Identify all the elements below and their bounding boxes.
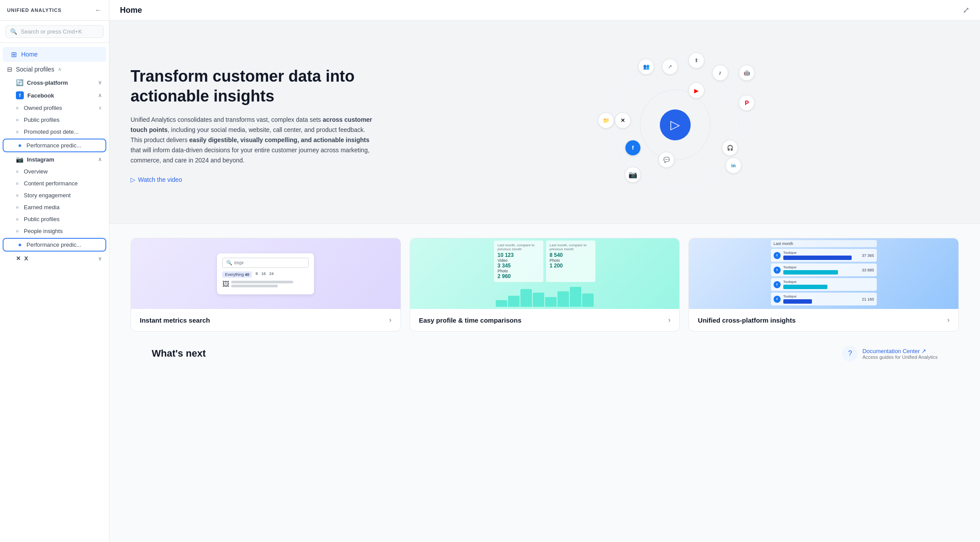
feature-cards-section: 🔍impr Everything 40 8 16 24 🖼 (109, 224, 980, 390)
x-chevron: ∨ (98, 256, 102, 262)
fb-icon-3: f (774, 281, 781, 288)
sidebar-section-social-profiles[interactable]: ⊟ Social profiles ∧ (0, 62, 109, 76)
watch-video-label: Watch the video (138, 176, 182, 183)
story-engagement-dot (16, 194, 19, 197)
promoted-post-dot (16, 131, 19, 133)
facebook-social-icon: f (625, 140, 641, 156)
sidebar-owned-profiles-label: Owned profiles (24, 105, 62, 111)
sidebar-public-profiles-ig-label: Public profiles (24, 216, 60, 222)
graph-center-button: ▷ (660, 109, 691, 140)
sidebar-performance-predic-ig-label: Performance predic... (26, 241, 81, 248)
card-unified-cross-platform[interactable]: Last month f Toutique 37 365 (688, 238, 959, 331)
sidebar-item-promoted-post[interactable]: Promoted post dete... (0, 126, 109, 138)
mock-unified-row-3: f Toutique (771, 278, 877, 291)
instagram-icon: 📷 (16, 156, 23, 163)
owned-profiles-chevron: ∨ (98, 105, 102, 111)
hero-section: Transform customer data into actionable … (109, 21, 980, 224)
sidebar-promoted-post-label: Promoted post dete... (24, 128, 79, 135)
sidebar-x-label: X (24, 255, 28, 262)
main-scroll-area: Transform customer data into actionable … (109, 21, 980, 542)
sidebar-overview-label: Overview (24, 168, 48, 175)
mock-unified-row-4: f Toutique 21 160 (771, 293, 877, 305)
earned-media-dot (16, 206, 19, 209)
card-unified-title: Unified cross-platform insights (698, 316, 796, 324)
sidebar-item-overview[interactable]: Overview (0, 166, 109, 177)
mock-compare-ui: Last month, compare to previous month 10… (494, 241, 595, 307)
feature-cards-grid: 🔍impr Everything 40 8 16 24 🖼 (131, 238, 959, 331)
sidebar-item-owned-profiles[interactable]: Owned profiles ∨ (0, 102, 109, 114)
card-unified-preview: Last month f Toutique 37 365 (689, 238, 958, 309)
card-easy-profile-title: Easy profile & time comparisons (419, 316, 522, 324)
sidebar-collapse-button[interactable]: ← (95, 6, 102, 14)
card-instant-metrics-search[interactable]: 🔍impr Everything 40 8 16 24 🖼 (131, 238, 401, 331)
sidebar-performance-predic-fb-label: Performance predic... (26, 142, 81, 149)
sidebar-item-content-performance[interactable]: Content performance (0, 177, 109, 189)
public-profiles-fb-dot (16, 119, 19, 121)
top-bar: Home ⤢ (109, 0, 980, 21)
facebook-chevron: ∧ (98, 92, 102, 98)
people-insights-dot (16, 230, 19, 233)
cross-platform-chevron: ∨ (98, 79, 102, 86)
doc-center-link-label[interactable]: Documentation Center ↗ (862, 348, 938, 354)
card-unified-body: Unified cross-platform insights › (689, 309, 958, 331)
upload-icon: ⬆ (688, 53, 704, 68)
watch-video-link[interactable]: ▷ Watch the video (131, 176, 378, 183)
share-icon: ↗ (662, 59, 678, 75)
sidebar-item-performance-predic-fb[interactable]: Performance predic... (3, 139, 106, 152)
doc-center-icon: ? (842, 346, 858, 361)
sidebar-home-label: Home (21, 51, 37, 58)
mock-search-ui: 🔍impr Everything 40 8 16 24 🖼 (217, 253, 314, 294)
sidebar-item-facebook[interactable]: f Facebook ∧ (0, 89, 109, 102)
sidebar-earned-media-label: Earned media (24, 204, 60, 211)
sidebar-item-earned-media[interactable]: Earned media (0, 201, 109, 213)
mock-result-row: 🖼 (222, 280, 309, 288)
bot-icon: 🤖 (739, 65, 755, 81)
doc-center-text: Documentation Center ↗ Access guides for… (862, 348, 938, 360)
social-profiles-icon: ⊟ (7, 66, 12, 73)
sidebar-item-public-profiles-fb[interactable]: Public profiles (0, 114, 109, 126)
sidebar-item-people-insights[interactable]: People insights (0, 225, 109, 237)
card-easy-profile-comparison[interactable]: Last month, compare to previous month 10… (410, 238, 680, 331)
sidebar: UNIFIED ANALYTICS ← 🔍 Search or press Cm… (0, 0, 109, 542)
card-instant-metrics-body: Instant metrics search › (131, 309, 400, 331)
unified-row-content-2: Toutique (783, 265, 859, 275)
public-profiles-ig-dot (16, 218, 19, 221)
card-easy-profile-arrow: › (668, 316, 670, 324)
chat-icon: 💬 (658, 152, 674, 168)
main-content: Home ⤢ Transform customer data into acti… (109, 0, 980, 542)
content-performance-dot (16, 182, 19, 185)
card-easy-profile-comparison-img: Last month, compare to previous month 10… (410, 238, 680, 309)
hero-title: Transform customer data into actionable … (131, 66, 378, 106)
sidebar-facebook-label: Facebook (27, 92, 54, 99)
facebook-icon: f (16, 91, 24, 99)
sidebar-item-home[interactable]: ⊞ Home (3, 47, 106, 62)
card-instant-metrics-arrow: › (389, 316, 391, 324)
performance-predic-fb-dot (19, 144, 21, 147)
card-unified-arrow: › (947, 316, 950, 324)
owned-profiles-dot (16, 107, 19, 109)
search-icon: 🔍 (10, 28, 17, 35)
tiktok-icon: ♪ (712, 65, 728, 81)
sidebar-item-instagram[interactable]: 📷 Instagram ∧ (0, 153, 109, 166)
expand-button[interactable]: ⤢ (963, 5, 969, 15)
mock-unified-label: Last month (771, 240, 877, 247)
card-instant-metrics-title: Instant metrics search (140, 316, 210, 324)
sidebar-item-cross-platform[interactable]: 🔄 Cross-platform ∨ (0, 76, 109, 89)
mock-compare-panel-2: Last month, compare to previous month 8 … (546, 241, 595, 282)
sidebar-social-profiles-label: Social profiles (16, 66, 54, 73)
card-instant-metrics-search-img: 🔍impr Everything 40 8 16 24 🖼 (131, 238, 400, 309)
sidebar-nav: ⊞ Home ⊟ Social profiles ∧ 🔄 Cross-platf… (0, 43, 109, 542)
sidebar-item-story-engagement[interactable]: Story engagement (0, 189, 109, 201)
headphone-icon: 🎧 (722, 140, 738, 156)
mock-unified-ui: Last month f Toutique 37 365 (771, 240, 877, 307)
sidebar-item-x[interactable]: ✕ X ∨ (0, 252, 109, 264)
sidebar-people-insights-label: People insights (24, 228, 63, 234)
search-box[interactable]: 🔍 Search or press Cmd+K (5, 25, 104, 38)
unified-row-content-3: Toutique (783, 280, 872, 289)
documentation-center-link[interactable]: ? Documentation Center ↗ Access guides f… (842, 346, 938, 361)
sidebar-item-public-profiles-ig[interactable]: Public profiles (0, 213, 109, 225)
sidebar-item-performance-predic-ig[interactable]: Performance predic... (3, 238, 106, 252)
sidebar-instagram-label: Instagram (27, 156, 54, 163)
mock-unified-row-2: f Toutique 33 885 (771, 263, 877, 276)
play-icon: ▷ (131, 176, 135, 183)
